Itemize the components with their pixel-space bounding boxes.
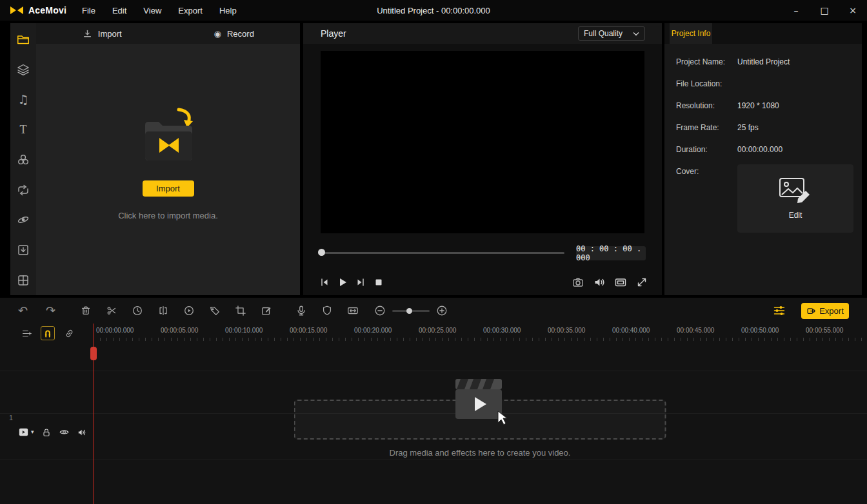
speed-button[interactable] [132,305,143,316]
add-track-button[interactable] [19,326,34,340]
sidebar-item-elements[interactable] [10,55,36,85]
export-button[interactable]: Export [801,303,849,319]
sidebar-item-animations[interactable] [10,205,36,235]
project-info-panel: Project Info Project Name: Untitled Proj… [664,23,862,295]
export-icon [806,306,816,316]
playhead-handle[interactable] [90,347,97,360]
window-controls: – □ × [782,0,867,21]
ruler-tick: 00:00:00.000 [96,327,134,334]
cover-edit-card[interactable]: Edit [737,164,853,233]
redo-button[interactable]: ↷ [46,305,55,316]
menu-edit[interactable]: Edit [106,3,133,18]
player-header: Player Full Quality [303,23,662,44]
acemovi-logo-icon [10,6,24,15]
seek-thumb[interactable] [318,249,325,256]
watermark-button[interactable] [321,305,333,316]
fullscreen-button[interactable] [633,274,650,291]
ruler-tick: 00:00:30.000 [483,327,521,334]
zoom-out-icon [374,305,386,316]
cut-button[interactable] [106,305,117,316]
minimize-button[interactable]: – [782,0,810,21]
layers-icon [17,63,30,76]
field-label: Resolution: [676,101,737,110]
timeline-ruler[interactable]: 00:00:00.000 00:00:05.000 00:00:10.000 0… [94,324,867,342]
undo-button[interactable]: ↶ [18,305,28,316]
import-dropzone[interactable]: Import Click here to import media. [36,37,300,289]
marker-button[interactable] [209,305,221,316]
toggle-visibility-button[interactable] [59,427,70,438]
speaker-icon [593,276,606,289]
track-type-button[interactable]: ▾ [18,427,34,437]
menu-view[interactable]: View [137,3,168,18]
track-row[interactable] [0,460,867,503]
maximize-button[interactable]: □ [810,0,839,21]
previous-frame-button[interactable] [316,274,333,291]
snap-magnet-button[interactable] [41,326,55,340]
zoom-slider[interactable] [392,310,430,312]
split-clip-icon [157,305,169,316]
ruler-tick: 00:00:15.000 [290,327,327,334]
chevron-down-icon [633,32,639,36]
play-button[interactable] [334,274,351,291]
next-frame-button[interactable] [352,274,369,291]
speed-clock-icon [132,305,143,316]
transport-buttons [316,274,387,291]
zoom-slider-thumb[interactable] [406,308,412,314]
player-option-buttons [570,274,650,291]
timeline-right-controls: Export [773,303,849,319]
close-icon: × [849,6,857,15]
player-panel: Player Full Quality 00 : 00 : 00 . 000 [303,23,662,295]
menu-export[interactable]: Export [172,3,209,18]
play-clip-button[interactable] [183,305,195,316]
seek-bar[interactable] [321,252,564,254]
stop-button[interactable] [370,274,387,291]
delete-button[interactable] [80,305,92,316]
sidebar-item-media[interactable] [10,24,36,55]
crop-icon [235,305,246,316]
clapperboard-graphic [449,371,511,430]
zoom-out-button[interactable] [374,305,386,316]
lock-track-button[interactable] [41,427,52,438]
sidebar-item-text[interactable]: T [10,115,36,145]
media-area: Import ◉ Record Import [36,23,300,295]
sidebar-item-device-import[interactable] [10,235,36,266]
menu-file[interactable]: File [75,3,102,18]
text-tool-icon: T [20,124,27,135]
field-value: 00:00:00.000 [737,145,782,154]
folder-icon [16,32,30,46]
timeline-body: 00:00:00.000 00:00:05.000 00:00:10.000 0… [0,324,867,504]
ruler-tick: 00:00:40.000 [612,327,650,334]
tab-project-info[interactable]: Project Info [670,23,712,44]
cover-image-edit-icon [779,177,812,204]
display-mode-button[interactable] [612,274,629,291]
sidebar-item-filters[interactable] [10,145,36,175]
display-mode-icon [614,276,627,289]
quality-dropdown[interactable]: Full Quality [578,26,645,41]
voiceover-button[interactable] [295,305,307,316]
fit-timeline-button[interactable] [347,305,359,316]
sidebar-item-audio[interactable]: ♫ [10,84,36,115]
minimize-icon: – [794,6,799,15]
sidebar-item-transitions[interactable] [10,175,36,205]
acemovi-app: AceMovi File Edit View Export Help Untit… [0,0,867,504]
zoom-in-button[interactable] [436,305,448,316]
sidebar-item-split-screen[interactable] [10,265,36,295]
mute-track-button[interactable] [77,427,87,438]
split-button[interactable] [157,305,169,316]
track-row[interactable] [0,342,867,371]
edit-clip-button[interactable] [261,305,272,316]
previous-frame-icon [318,276,331,289]
track-number: 1 [9,414,13,422]
ruler-tick: 00:00:35.000 [548,327,585,334]
volume-button[interactable] [591,274,608,291]
maximize-icon: □ [820,6,828,15]
adjust-settings-button[interactable] [773,304,786,317]
crop-button[interactable] [235,305,246,316]
import-button[interactable]: Import [143,180,194,197]
menu-help[interactable]: Help [213,3,243,18]
snapshot-button[interactable] [570,274,586,291]
video-preview [321,51,644,233]
close-button[interactable]: × [839,0,867,21]
link-clips-button[interactable] [62,326,76,340]
filters-circles-icon [17,153,30,166]
